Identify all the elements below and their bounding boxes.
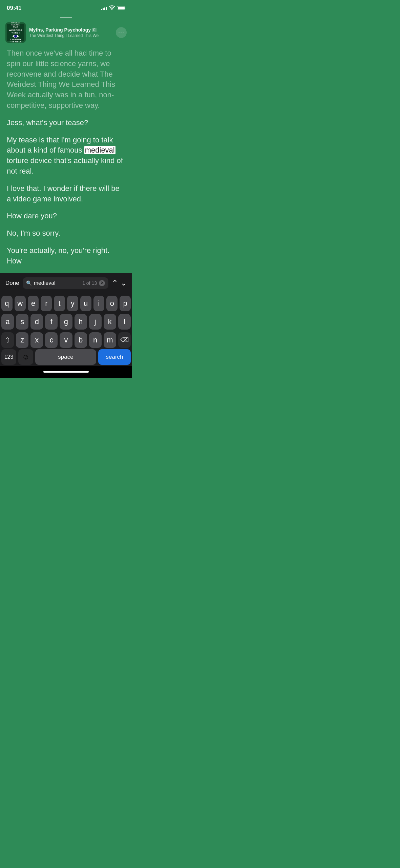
key-r[interactable]: r [41,296,52,311]
search-input[interactable]: medieval [34,280,81,286]
search-key-label: search [106,354,123,360]
clear-icon: ✕ [101,281,104,285]
key-a[interactable]: a [1,314,14,330]
key-m[interactable]: m [104,332,116,348]
search-key[interactable]: search [98,349,131,365]
transcript-paragraph-3: My tease is that I'm going to talk about… [7,135,125,177]
keyboard-row-3: ⇧ z x c v b n m ⌫ [1,332,131,348]
transcript-paragraph-7: You're actually, no, you're right. How [7,245,125,267]
podcast-badge: E [92,28,97,32]
search-icon: 🔍 [26,280,32,286]
key-h[interactable]: h [75,314,87,330]
podcast-info: Myths, Parking Psychology E The Weirdest… [29,27,112,38]
key-s[interactable]: s [16,314,28,330]
keyboard-bottom-row: 123 ☺ space search [0,349,132,366]
key-n[interactable]: n [89,332,102,348]
transcript-paragraph-1: Then once we've all had time to spin our… [7,48,125,111]
home-indicator [43,371,89,373]
key-v[interactable]: v [60,332,72,348]
home-indicator-bar [0,366,132,378]
key-f[interactable]: f [45,314,58,330]
transcript-paragraph-4: I love that. I wonder if there will be a… [7,183,125,204]
wifi-icon [109,5,115,11]
key-g[interactable]: g [60,314,72,330]
key-k[interactable]: k [104,314,116,330]
key-p[interactable]: p [120,296,131,311]
status-bar: 09:41 [0,0,132,14]
keyboard: q w e r t y u i o p a s d f g h j k l ⇧ [0,293,132,366]
key-w[interactable]: w [15,296,26,311]
key-t[interactable]: t [54,296,65,311]
key-b[interactable]: b [75,332,87,348]
signal-icon [101,6,107,10]
key-u[interactable]: u [80,296,91,311]
delete-key[interactable]: ⌫ [118,332,131,348]
more-dots-icon: ··· [118,29,124,36]
key-y[interactable]: y [67,296,78,311]
shift-key[interactable]: ⇧ [1,332,14,348]
clear-button[interactable]: ✕ [99,280,105,286]
key-o[interactable]: o [106,296,118,311]
prev-result-button[interactable]: ⌃ [112,279,118,287]
key-z[interactable]: z [16,332,28,348]
status-time: 09:41 [7,5,21,12]
transcript-paragraph-6: No, I'm so sorry. [7,228,125,239]
search-count: 1 of 13 [82,280,97,286]
status-icons [101,5,125,11]
more-button[interactable]: ··· [116,27,127,38]
done-button[interactable]: Done [5,280,19,287]
nav-buttons: ⌃ ⌄ [112,279,127,287]
podcast-badges: Myths, Parking Psychology E [29,27,112,33]
drag-indicator [0,14,132,22]
podcast-episode: The Weirdest Thing I Learned This We [29,33,112,38]
keyboard-row-2: a s d f g h j k l [1,314,131,330]
shift-icon: ⇧ [5,336,10,344]
podcast-header: POPULAR SCIENCE THE WEIRDEST THING I LEA… [0,22,132,48]
key-j[interactable]: j [89,314,102,330]
key-e[interactable]: e [28,296,39,311]
keyboard-rows: q w e r t y u i o p a s d f g h j k l ⇧ [0,293,132,349]
transcript-paragraph-2: Jess, what's your tease? [7,118,125,128]
emoji-key[interactable]: ☺ [18,349,33,365]
key-c[interactable]: c [45,332,58,348]
transcript-content: Then once we've all had time to spin our… [0,48,132,267]
battery-icon [117,6,125,10]
search-bar-container: Done 🔍 medieval 1 of 13 ✕ ⌃ ⌄ [0,273,132,293]
delete-icon: ⌫ [120,336,129,344]
next-result-button[interactable]: ⌄ [121,279,127,287]
key-l[interactable]: l [118,314,131,330]
podcast-title: Myths, Parking Psychology [29,27,91,33]
artwork-eye [13,35,19,38]
podcast-artwork: POPULAR SCIENCE THE WEIRDEST THING I LEA… [5,22,26,43]
space-key[interactable]: space [35,349,96,365]
search-highlight: medieval [84,146,115,154]
key-x[interactable]: x [30,332,43,348]
key-d[interactable]: d [30,314,43,330]
numbers-key[interactable]: 123 [1,349,16,365]
keyboard-row-1: q w e r t y u i o p [1,296,131,311]
transcript-paragraph-5: How dare you? [7,211,125,221]
search-field-wrapper[interactable]: 🔍 medieval 1 of 13 ✕ [23,277,108,289]
key-q[interactable]: q [1,296,13,311]
space-label: space [58,354,73,360]
key-i[interactable]: i [93,296,105,311]
